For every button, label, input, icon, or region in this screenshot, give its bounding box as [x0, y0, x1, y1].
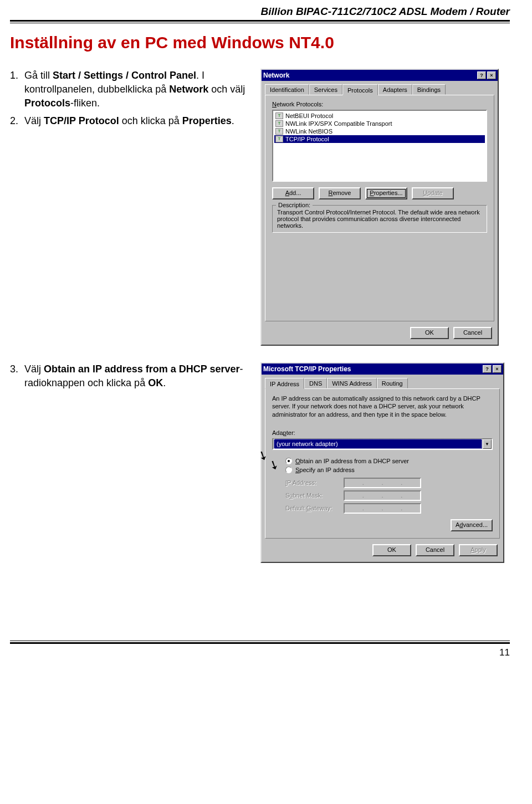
tcpip-tabs: IP Address DNS WINS Address Routing: [262, 375, 503, 388]
radio-marker-icon: [285, 458, 292, 464]
ip-address-field: ...: [344, 478, 421, 488]
step1-text: Gå till Start / Settings / Control Panel…: [24, 69, 248, 111]
ip-info-text: An IP address can be automatically assig…: [272, 395, 493, 418]
subnet-mask-label: Subnet Mask:: [285, 492, 344, 499]
protocol-icon: T: [275, 128, 283, 135]
adapter-pre: Ada: [272, 429, 283, 436]
adapter-combo[interactable]: (your network adapter) ▼ ➘: [272, 438, 493, 450]
step3-text: Välj Obtain an IP address from a DHCP se…: [24, 362, 248, 390]
protocols-panel: Network Protocols: TNetBEUI Protocol TNW…: [265, 95, 494, 321]
ok-button[interactable]: OK: [410, 327, 449, 339]
protocol-icon: T: [275, 136, 283, 142]
properties-button[interactable]: Properties...: [365, 187, 407, 199]
rule-top-thin: [10, 23, 510, 23]
network-dialog: Network ? × Identification Services Prot…: [260, 69, 499, 346]
step2-bold2: Properties: [182, 115, 232, 126]
step1-bold2: Network: [169, 84, 208, 95]
ip-fields-group: IP Address: ... Subnet Mask: ... Default…: [285, 478, 493, 514]
description-legend: Description:: [276, 202, 313, 208]
step1-frag: Gå till: [24, 70, 53, 81]
close-button[interactable]: ×: [493, 365, 502, 373]
item-tcpip[interactable]: TCP/IP Protocol: [285, 136, 329, 142]
tcpip-title: Microsoft TCP/IP Properties: [263, 365, 482, 373]
step2-frag: Välj: [24, 115, 44, 126]
step3-bold1: Obtain an IP address from a DHCP server: [44, 363, 239, 375]
protocol-buttons: AAdd...dd... Remove Properties... Update: [272, 187, 487, 199]
list-item: TTCP/IP Protocol: [274, 135, 485, 143]
radio-specify-label: Specify an IP address: [295, 467, 355, 473]
network-titlebar[interactable]: Network ? ×: [262, 70, 498, 81]
page-header: Billion BIPAC-711C2/710C2 ADSL Modem / R…: [10, 0, 510, 18]
tab-bindings[interactable]: Bindings: [412, 84, 446, 95]
network-tabs: Identification Services Protocols Adapte…: [262, 81, 498, 95]
chevron-down-icon[interactable]: ▼: [483, 439, 492, 449]
annotation-arrow-icon: ➘: [255, 447, 270, 464]
help-button[interactable]: ?: [477, 71, 486, 79]
step3-frag: Välj: [24, 363, 44, 375]
step3-bold2: OK: [148, 377, 163, 388]
rule-bottom-thin: [10, 641, 510, 641]
protocols-list-label: Network Protocols:: [272, 101, 487, 107]
step1-number: 1.: [10, 69, 24, 111]
tcpip-bottom-buttons: OK Cancel Apply: [262, 542, 503, 562]
item-netbeui[interactable]: NetBEUI Protocol: [285, 112, 333, 119]
cancel-button[interactable]: Cancel: [416, 544, 454, 556]
help-button[interactable]: ?: [483, 365, 492, 373]
close-button[interactable]: ×: [487, 71, 496, 79]
gateway-label: Default Gateway:: [285, 505, 344, 511]
adapter-value: (your network adapter): [274, 439, 482, 449]
ipaddress-panel: An IP address can be automatically assig…: [265, 388, 500, 539]
tab-wins[interactable]: WINS Address: [327, 378, 377, 388]
annotation-arrow-icon: ➘: [266, 456, 281, 473]
network-bottom-buttons: OK Cancel: [262, 325, 498, 345]
tcpip-titlebar[interactable]: Microsoft TCP/IP Properties ? ×: [262, 363, 503, 375]
radio-marker-icon: [285, 467, 292, 473]
step2-text: Välj TCP/IP Protocol och klicka på Prope…: [24, 114, 248, 128]
protocols-label-u: N: [272, 101, 277, 107]
step1-bold3: Protocols: [24, 98, 70, 109]
tab-routing[interactable]: Routing: [377, 378, 408, 388]
step1-frag3: och välj: [208, 84, 245, 95]
step3-number: 3.: [10, 362, 24, 390]
adapter-label: Adapter:: [272, 429, 493, 436]
list-item: TNWLink NetBIOS: [274, 127, 485, 135]
tab-adapters[interactable]: Adapters: [378, 84, 412, 95]
radio-specify[interactable]: Specify an IP address: [285, 467, 493, 473]
list-item: TNWLink IPX/SPX Compatible Transport: [274, 120, 485, 127]
item-nwlink-ipx[interactable]: NWLink IPX/SPX Compatible Transport: [285, 120, 392, 127]
ip-address-label: IP Address:: [285, 479, 344, 486]
step2-number: 2.: [10, 114, 24, 128]
rule-top-thick: [10, 20, 510, 22]
tab-identification[interactable]: Identification: [265, 84, 309, 95]
page-title: Inställning av en PC med Windows NT4.0: [10, 33, 510, 52]
step3-frag3: .: [163, 377, 166, 388]
tab-ipaddress[interactable]: IP Address: [265, 378, 304, 389]
adapter-post: ter:: [287, 429, 295, 436]
cancel-button[interactable]: Cancel: [453, 327, 492, 339]
radio-dhcp[interactable]: Obtain an IP address from a DHCP server: [285, 458, 493, 464]
add-button[interactable]: AAdd...dd...: [272, 187, 314, 199]
protocols-label-rest: etwork Protocols:: [277, 101, 323, 107]
list-item: TNetBEUI Protocol: [274, 112, 485, 120]
network-title: Network: [263, 71, 476, 79]
subnet-mask-field: ...: [344, 490, 421, 501]
description-text: Transport Control Protocol/Internet Prot…: [277, 209, 482, 229]
ok-button[interactable]: OK: [372, 544, 411, 556]
protocol-icon: T: [275, 112, 283, 119]
tab-protocols[interactable]: Protocols: [342, 84, 378, 95]
gateway-field: ...: [344, 503, 421, 514]
step1-frag4: -fliken.: [70, 98, 100, 109]
step2-frag2: och klicka på: [119, 115, 182, 126]
remove-button[interactable]: Remove: [319, 187, 361, 199]
tab-services[interactable]: Services: [309, 84, 342, 95]
item-nwlink-netbios[interactable]: NWLink NetBIOS: [285, 128, 332, 135]
radio-dhcp-label: Obtain an IP address from a DHCP server: [295, 458, 409, 464]
description-group: Description: Transport Control Protocol/…: [272, 205, 487, 233]
page-number: 11: [10, 647, 510, 658]
rule-bottom-thick: [10, 642, 510, 644]
protocol-icon: T: [275, 120, 283, 127]
advanced-button[interactable]: Advanced...: [451, 519, 493, 531]
update-button: Update: [412, 187, 454, 199]
tab-dns[interactable]: DNS: [304, 378, 327, 388]
protocols-listbox[interactable]: TNetBEUI Protocol TNWLink IPX/SPX Compat…: [272, 110, 487, 182]
